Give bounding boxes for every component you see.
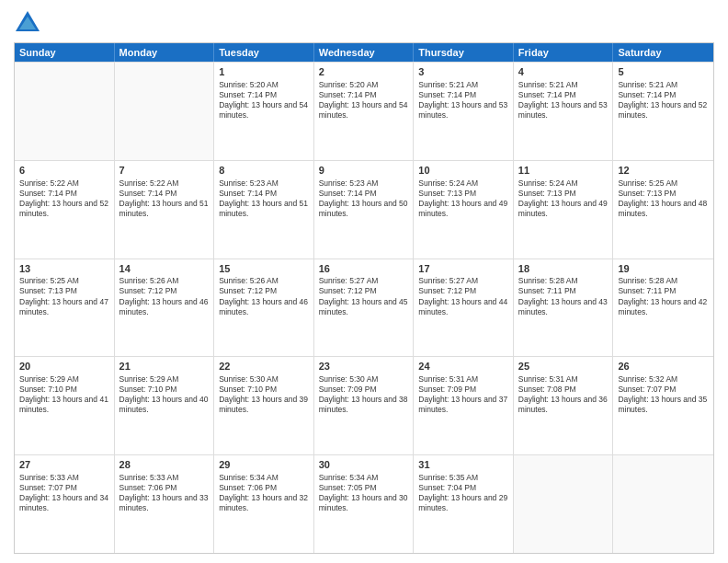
- day-number: 13: [19, 262, 109, 276]
- day-number: 6: [19, 164, 109, 178]
- header-cell-tuesday: Tuesday: [214, 43, 314, 62]
- day-number: 8: [219, 164, 309, 178]
- cell-info: Sunrise: 5:26 AM Sunset: 7:12 PM Dayligh…: [119, 276, 210, 316]
- calendar-cell: 10Sunrise: 5:24 AM Sunset: 7:13 PM Dayli…: [414, 161, 514, 259]
- calendar-cell: 3Sunrise: 5:21 AM Sunset: 7:14 PM Daylig…: [414, 63, 514, 160]
- calendar-cell: 24Sunrise: 5:31 AM Sunset: 7:09 PM Dayli…: [414, 357, 514, 454]
- day-number: 25: [518, 360, 609, 373]
- cell-info: Sunrise: 5:33 AM Sunset: 7:07 PM Dayligh…: [19, 473, 109, 513]
- day-number: 11: [518, 164, 609, 178]
- calendar-cell: 19Sunrise: 5:28 AM Sunset: 7:11 PM Dayli…: [613, 259, 713, 357]
- calendar-row-1: 1Sunrise: 5:20 AM Sunset: 7:14 PM Daylig…: [15, 62, 713, 160]
- calendar-row-5: 27Sunrise: 5:33 AM Sunset: 7:07 PM Dayli…: [15, 454, 713, 553]
- cell-info: Sunrise: 5:27 AM Sunset: 7:12 PM Dayligh…: [319, 276, 409, 316]
- day-number: 10: [418, 164, 508, 178]
- cell-info: Sunrise: 5:29 AM Sunset: 7:10 PM Dayligh…: [19, 374, 109, 415]
- cell-info: Sunrise: 5:29 AM Sunset: 7:10 PM Dayligh…: [119, 374, 210, 415]
- calendar-row-4: 20Sunrise: 5:29 AM Sunset: 7:10 PM Dayli…: [15, 356, 713, 454]
- calendar-cell: 9Sunrise: 5:23 AM Sunset: 7:14 PM Daylig…: [314, 161, 415, 259]
- calendar-cell: 14Sunrise: 5:26 AM Sunset: 7:12 PM Dayli…: [115, 259, 215, 357]
- cell-info: Sunrise: 5:22 AM Sunset: 7:14 PM Dayligh…: [19, 178, 109, 219]
- calendar-cell: 20Sunrise: 5:29 AM Sunset: 7:10 PM Dayli…: [15, 357, 115, 454]
- calendar-cell: 5Sunrise: 5:21 AM Sunset: 7:14 PM Daylig…: [613, 63, 713, 160]
- cell-info: Sunrise: 5:28 AM Sunset: 7:11 PM Dayligh…: [518, 276, 609, 316]
- calendar-cell: 11Sunrise: 5:24 AM Sunset: 7:13 PM Dayli…: [514, 161, 614, 259]
- calendar-cell: 25Sunrise: 5:31 AM Sunset: 7:08 PM Dayli…: [514, 357, 614, 454]
- day-number: 29: [219, 458, 309, 472]
- day-number: 18: [518, 262, 609, 276]
- day-number: 5: [618, 65, 709, 79]
- day-number: 23: [319, 360, 409, 373]
- calendar-cell: 21Sunrise: 5:29 AM Sunset: 7:10 PM Dayli…: [115, 357, 215, 454]
- page: SundayMondayTuesdayWednesdayThursdayFrid…: [0, 0, 728, 563]
- header-cell-saturday: Saturday: [613, 43, 713, 62]
- calendar-cell: 31Sunrise: 5:35 AM Sunset: 7:04 PM Dayli…: [414, 455, 514, 553]
- calendar-cell: 22Sunrise: 5:30 AM Sunset: 7:10 PM Dayli…: [214, 357, 314, 454]
- calendar-cell: 18Sunrise: 5:28 AM Sunset: 7:11 PM Dayli…: [514, 259, 614, 357]
- cell-info: Sunrise: 5:23 AM Sunset: 7:14 PM Dayligh…: [319, 178, 409, 219]
- calendar-cell: 4Sunrise: 5:21 AM Sunset: 7:14 PM Daylig…: [514, 63, 614, 160]
- calendar-cell: 1Sunrise: 5:20 AM Sunset: 7:14 PM Daylig…: [214, 63, 314, 160]
- header-cell-sunday: Sunday: [15, 43, 115, 62]
- cell-info: Sunrise: 5:21 AM Sunset: 7:14 PM Dayligh…: [618, 80, 709, 121]
- day-number: 4: [518, 65, 609, 79]
- cell-info: Sunrise: 5:34 AM Sunset: 7:06 PM Dayligh…: [219, 473, 309, 513]
- day-number: 21: [119, 360, 210, 373]
- calendar-cell: [514, 455, 614, 553]
- calendar-cell: 8Sunrise: 5:23 AM Sunset: 7:14 PM Daylig…: [214, 161, 314, 259]
- cell-info: Sunrise: 5:20 AM Sunset: 7:14 PM Dayligh…: [319, 80, 409, 121]
- header-cell-wednesday: Wednesday: [314, 43, 415, 62]
- calendar-cell: 27Sunrise: 5:33 AM Sunset: 7:07 PM Dayli…: [15, 455, 115, 553]
- day-number: 16: [319, 262, 409, 276]
- cell-info: Sunrise: 5:34 AM Sunset: 7:05 PM Dayligh…: [319, 473, 409, 513]
- calendar-cell: 30Sunrise: 5:34 AM Sunset: 7:05 PM Dayli…: [314, 455, 415, 553]
- day-number: 2: [319, 65, 409, 79]
- day-number: 9: [319, 164, 409, 178]
- header: [14, 9, 714, 37]
- day-number: 15: [219, 262, 309, 276]
- cell-info: Sunrise: 5:28 AM Sunset: 7:11 PM Dayligh…: [618, 276, 709, 316]
- cell-info: Sunrise: 5:35 AM Sunset: 7:04 PM Dayligh…: [418, 473, 508, 513]
- calendar-cell: 26Sunrise: 5:32 AM Sunset: 7:07 PM Dayli…: [613, 357, 713, 454]
- day-number: 22: [219, 360, 309, 373]
- cell-info: Sunrise: 5:25 AM Sunset: 7:13 PM Dayligh…: [618, 178, 709, 219]
- calendar-body: 1Sunrise: 5:20 AM Sunset: 7:14 PM Daylig…: [15, 62, 713, 553]
- calendar-cell: 16Sunrise: 5:27 AM Sunset: 7:12 PM Dayli…: [314, 259, 415, 357]
- calendar-header: SundayMondayTuesdayWednesdayThursdayFrid…: [15, 43, 713, 62]
- calendar-cell: 7Sunrise: 5:22 AM Sunset: 7:14 PM Daylig…: [115, 161, 215, 259]
- cell-info: Sunrise: 5:20 AM Sunset: 7:14 PM Dayligh…: [219, 80, 309, 121]
- cell-info: Sunrise: 5:21 AM Sunset: 7:14 PM Dayligh…: [418, 80, 508, 121]
- day-number: 12: [618, 164, 709, 178]
- calendar-row-3: 13Sunrise: 5:25 AM Sunset: 7:13 PM Dayli…: [15, 259, 713, 357]
- calendar-cell: [613, 455, 713, 553]
- calendar-row-2: 6Sunrise: 5:22 AM Sunset: 7:14 PM Daylig…: [15, 160, 713, 259]
- cell-info: Sunrise: 5:31 AM Sunset: 7:08 PM Dayligh…: [518, 374, 609, 415]
- cell-info: Sunrise: 5:33 AM Sunset: 7:06 PM Dayligh…: [119, 473, 210, 513]
- day-number: 28: [119, 458, 210, 472]
- header-cell-thursday: Thursday: [414, 43, 514, 62]
- cell-info: Sunrise: 5:24 AM Sunset: 7:13 PM Dayligh…: [518, 178, 609, 219]
- calendar-cell: 15Sunrise: 5:26 AM Sunset: 7:12 PM Dayli…: [214, 259, 314, 357]
- day-number: 14: [119, 262, 210, 276]
- calendar-cell: 12Sunrise: 5:25 AM Sunset: 7:13 PM Dayli…: [613, 161, 713, 259]
- day-number: 7: [119, 164, 210, 178]
- day-number: 26: [618, 360, 709, 373]
- day-number: 30: [319, 458, 409, 472]
- calendar-cell: [15, 63, 115, 160]
- logo: [14, 9, 45, 37]
- cell-info: Sunrise: 5:30 AM Sunset: 7:09 PM Dayligh…: [319, 374, 409, 415]
- day-number: 3: [418, 65, 508, 79]
- day-number: 31: [418, 458, 508, 472]
- cell-info: Sunrise: 5:24 AM Sunset: 7:13 PM Dayligh…: [418, 178, 508, 219]
- cell-info: Sunrise: 5:31 AM Sunset: 7:09 PM Dayligh…: [418, 374, 508, 415]
- calendar-cell: 23Sunrise: 5:30 AM Sunset: 7:09 PM Dayli…: [314, 357, 415, 454]
- cell-info: Sunrise: 5:32 AM Sunset: 7:07 PM Dayligh…: [618, 374, 709, 415]
- cell-info: Sunrise: 5:25 AM Sunset: 7:13 PM Dayligh…: [19, 276, 109, 316]
- calendar-cell: 13Sunrise: 5:25 AM Sunset: 7:13 PM Dayli…: [15, 259, 115, 357]
- calendar-cell: 29Sunrise: 5:34 AM Sunset: 7:06 PM Dayli…: [214, 455, 314, 553]
- header-cell-friday: Friday: [514, 43, 614, 62]
- day-number: 20: [19, 360, 109, 373]
- cell-info: Sunrise: 5:21 AM Sunset: 7:14 PM Dayligh…: [518, 80, 609, 121]
- day-number: 17: [418, 262, 508, 276]
- cell-info: Sunrise: 5:23 AM Sunset: 7:14 PM Dayligh…: [219, 178, 309, 219]
